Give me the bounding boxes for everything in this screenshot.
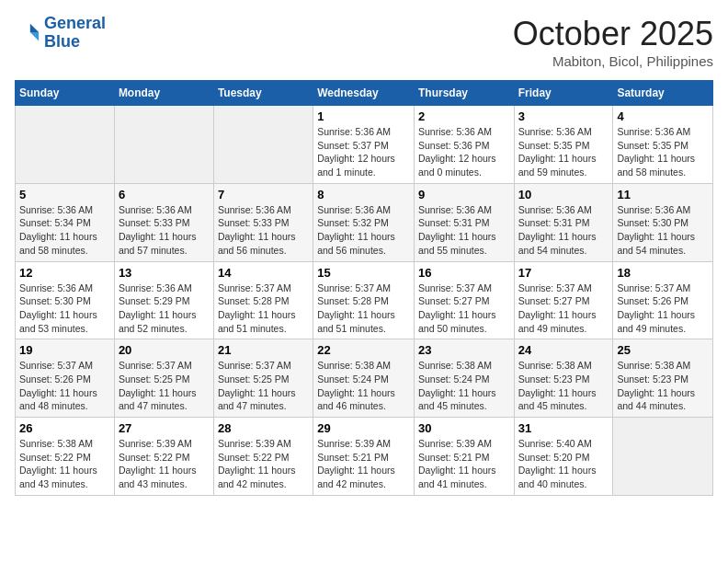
- weekday-header-friday: Friday: [514, 81, 613, 106]
- day-info: Sunrise: 5:38 AM Sunset: 5:24 PM Dayligh…: [418, 359, 510, 413]
- day-info: Sunrise: 5:36 AM Sunset: 5:31 PM Dayligh…: [518, 203, 609, 258]
- calendar-cell: 24Sunrise: 5:38 AM Sunset: 5:23 PM Dayli…: [514, 339, 613, 418]
- day-number: 13: [119, 266, 210, 280]
- day-info: Sunrise: 5:36 AM Sunset: 5:34 PM Dayligh…: [19, 203, 110, 258]
- calendar-cell: 11Sunrise: 5:36 AM Sunset: 5:30 PM Dayli…: [613, 183, 713, 261]
- calendar-cell: 2Sunrise: 5:36 AM Sunset: 5:36 PM Daylig…: [414, 106, 514, 184]
- svg-marker-1: [30, 32, 39, 40]
- calendar-cell: 10Sunrise: 5:36 AM Sunset: 5:31 PM Dayli…: [514, 183, 613, 261]
- day-number: 26: [19, 421, 110, 435]
- day-info: Sunrise: 5:36 AM Sunset: 5:30 PM Dayligh…: [19, 282, 110, 336]
- calendar-body: 1Sunrise: 5:36 AM Sunset: 5:37 PM Daylig…: [16, 106, 713, 496]
- day-info: Sunrise: 5:37 AM Sunset: 5:27 PM Dayligh…: [518, 282, 609, 336]
- day-info: Sunrise: 5:37 AM Sunset: 5:27 PM Dayligh…: [418, 282, 510, 336]
- day-number: 25: [617, 343, 709, 357]
- calendar-cell: [613, 418, 713, 496]
- day-number: 29: [317, 421, 410, 435]
- day-info: Sunrise: 5:36 AM Sunset: 5:32 PM Dayligh…: [317, 203, 410, 258]
- calendar-cell: 8Sunrise: 5:36 AM Sunset: 5:32 PM Daylig…: [313, 183, 415, 261]
- calendar-cell: [213, 106, 313, 184]
- day-number: 18: [617, 266, 709, 280]
- day-number: 27: [119, 421, 210, 435]
- calendar-cell: 23Sunrise: 5:38 AM Sunset: 5:24 PM Dayli…: [414, 339, 514, 418]
- day-info: Sunrise: 5:36 AM Sunset: 5:30 PM Dayligh…: [617, 203, 709, 258]
- weekday-header-sunday: Sunday: [16, 81, 115, 106]
- weekday-header-monday: Monday: [114, 81, 213, 106]
- day-info: Sunrise: 5:36 AM Sunset: 5:36 PM Dayligh…: [418, 125, 510, 179]
- day-info: Sunrise: 5:39 AM Sunset: 5:21 PM Dayligh…: [317, 437, 410, 491]
- day-info: Sunrise: 5:40 AM Sunset: 5:20 PM Dayligh…: [518, 437, 609, 491]
- day-number: 20: [119, 343, 210, 357]
- logo-text: General Blue: [44, 15, 106, 52]
- day-number: 24: [518, 343, 609, 357]
- calendar-table: SundayMondayTuesdayWednesdayThursdayFrid…: [15, 80, 713, 496]
- calendar-cell: 1Sunrise: 5:36 AM Sunset: 5:37 PM Daylig…: [313, 106, 415, 184]
- day-number: 21: [218, 343, 309, 357]
- location: Mabiton, Bicol, Philippines: [513, 53, 713, 69]
- day-info: Sunrise: 5:39 AM Sunset: 5:21 PM Dayligh…: [418, 437, 510, 491]
- day-number: 4: [617, 109, 709, 123]
- day-number: 31: [518, 421, 609, 435]
- day-info: Sunrise: 5:37 AM Sunset: 5:25 PM Dayligh…: [119, 359, 210, 413]
- calendar-cell: 22Sunrise: 5:38 AM Sunset: 5:24 PM Dayli…: [313, 339, 415, 418]
- logo: General Blue: [15, 15, 106, 52]
- day-number: 2: [418, 109, 510, 123]
- day-info: Sunrise: 5:36 AM Sunset: 5:33 PM Dayligh…: [119, 203, 210, 258]
- calendar-cell: 15Sunrise: 5:37 AM Sunset: 5:28 PM Dayli…: [313, 261, 415, 339]
- day-number: 7: [218, 188, 309, 201]
- week-row-4: 19Sunrise: 5:37 AM Sunset: 5:26 PM Dayli…: [16, 339, 713, 418]
- calendar-cell: 16Sunrise: 5:37 AM Sunset: 5:27 PM Dayli…: [414, 261, 514, 339]
- day-info: Sunrise: 5:38 AM Sunset: 5:24 PM Dayligh…: [317, 359, 410, 413]
- svg-marker-0: [30, 24, 39, 32]
- calendar-cell: 29Sunrise: 5:39 AM Sunset: 5:21 PM Dayli…: [313, 418, 415, 496]
- title-block: October 2025 Mabiton, Bicol, Philippines: [513, 15, 713, 69]
- calendar-cell: 13Sunrise: 5:36 AM Sunset: 5:29 PM Dayli…: [114, 261, 213, 339]
- calendar-cell: 21Sunrise: 5:37 AM Sunset: 5:25 PM Dayli…: [213, 339, 313, 418]
- calendar-cell: 31Sunrise: 5:40 AM Sunset: 5:20 PM Dayli…: [514, 418, 613, 496]
- logo-line1: General: [44, 14, 106, 32]
- day-info: Sunrise: 5:36 AM Sunset: 5:33 PM Dayligh…: [218, 203, 309, 258]
- calendar-header: SundayMondayTuesdayWednesdayThursdayFrid…: [16, 81, 713, 106]
- day-info: Sunrise: 5:37 AM Sunset: 5:25 PM Dayligh…: [218, 359, 309, 413]
- calendar-cell: 17Sunrise: 5:37 AM Sunset: 5:27 PM Dayli…: [514, 261, 613, 339]
- weekday-header-saturday: Saturday: [613, 81, 713, 106]
- calendar-cell: 14Sunrise: 5:37 AM Sunset: 5:28 PM Dayli…: [213, 261, 313, 339]
- calendar-cell: 3Sunrise: 5:36 AM Sunset: 5:35 PM Daylig…: [514, 106, 613, 184]
- day-number: 30: [418, 421, 510, 435]
- calendar-cell: 18Sunrise: 5:37 AM Sunset: 5:26 PM Dayli…: [613, 261, 713, 339]
- day-info: Sunrise: 5:37 AM Sunset: 5:28 PM Dayligh…: [317, 282, 410, 336]
- week-row-2: 5Sunrise: 5:36 AM Sunset: 5:34 PM Daylig…: [16, 183, 713, 261]
- day-number: 19: [19, 343, 110, 357]
- day-info: Sunrise: 5:36 AM Sunset: 5:29 PM Dayligh…: [119, 282, 210, 336]
- calendar-cell: 6Sunrise: 5:36 AM Sunset: 5:33 PM Daylig…: [114, 183, 213, 261]
- day-number: 12: [19, 266, 110, 280]
- page-header: General Blue October 2025 Mabiton, Bicol…: [15, 15, 713, 69]
- day-number: 10: [518, 188, 609, 201]
- day-number: 14: [218, 266, 309, 280]
- day-info: Sunrise: 5:39 AM Sunset: 5:22 PM Dayligh…: [218, 437, 309, 491]
- day-info: Sunrise: 5:39 AM Sunset: 5:22 PM Dayligh…: [119, 437, 210, 491]
- logo-icon: [15, 20, 40, 46]
- day-info: Sunrise: 5:36 AM Sunset: 5:31 PM Dayligh…: [418, 203, 510, 258]
- day-info: Sunrise: 5:38 AM Sunset: 5:23 PM Dayligh…: [518, 359, 609, 413]
- day-number: 6: [119, 188, 210, 201]
- day-number: 23: [418, 343, 510, 357]
- logo-line2: Blue: [44, 32, 80, 51]
- day-number: 28: [218, 421, 309, 435]
- calendar-cell: 9Sunrise: 5:36 AM Sunset: 5:31 PM Daylig…: [414, 183, 514, 261]
- calendar-cell: 25Sunrise: 5:38 AM Sunset: 5:23 PM Dayli…: [613, 339, 713, 418]
- day-info: Sunrise: 5:38 AM Sunset: 5:22 PM Dayligh…: [19, 437, 110, 491]
- calendar-cell: [114, 106, 213, 184]
- day-number: 8: [317, 188, 410, 201]
- day-info: Sunrise: 5:36 AM Sunset: 5:37 PM Dayligh…: [317, 125, 410, 179]
- day-number: 3: [518, 109, 609, 123]
- day-info: Sunrise: 5:36 AM Sunset: 5:35 PM Dayligh…: [518, 125, 609, 179]
- week-row-1: 1Sunrise: 5:36 AM Sunset: 5:37 PM Daylig…: [16, 106, 713, 184]
- calendar-cell: 7Sunrise: 5:36 AM Sunset: 5:33 PM Daylig…: [213, 183, 313, 261]
- weekday-header-thursday: Thursday: [414, 81, 514, 106]
- day-number: 9: [418, 188, 510, 201]
- day-info: Sunrise: 5:37 AM Sunset: 5:28 PM Dayligh…: [218, 282, 309, 336]
- calendar-cell: [16, 106, 115, 184]
- day-number: 22: [317, 343, 410, 357]
- calendar-cell: 4Sunrise: 5:36 AM Sunset: 5:35 PM Daylig…: [613, 106, 713, 184]
